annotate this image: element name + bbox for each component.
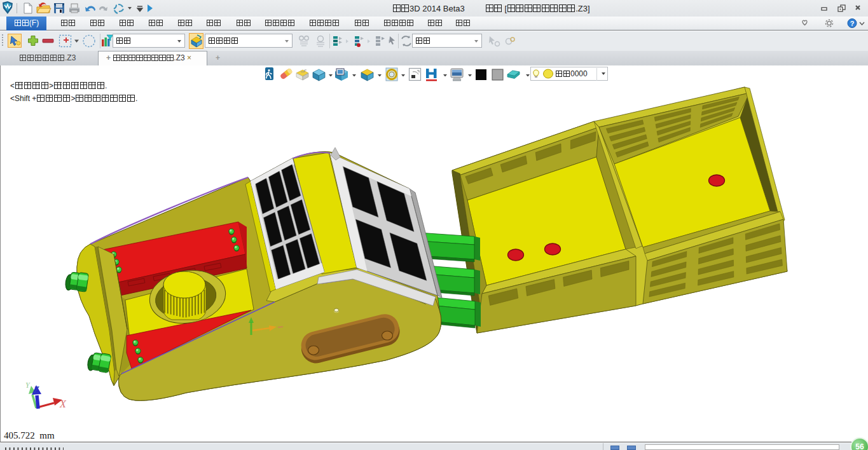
svg-text:Z: Z	[34, 385, 39, 395]
svg-text:X: X	[59, 399, 67, 409]
svg-text:?: ?	[850, 20, 855, 27]
svg-text:Y: Y	[25, 381, 31, 390]
